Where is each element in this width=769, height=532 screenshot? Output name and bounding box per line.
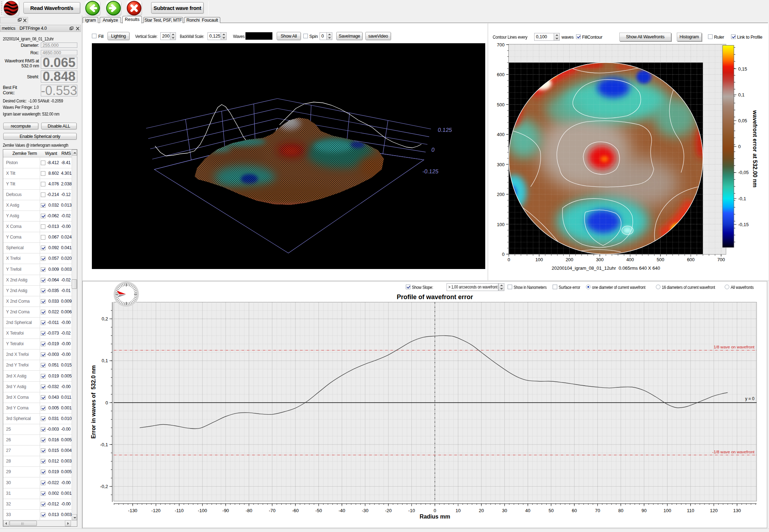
svg-text:20: 20 — [479, 508, 484, 513]
svg-text:60: 60 — [572, 508, 577, 513]
svg-text:0.125: 0.125 — [437, 127, 452, 133]
svg-text:130: 130 — [733, 508, 741, 513]
svg-text:-80: -80 — [245, 508, 252, 513]
svg-text:300: 300 — [596, 257, 604, 262]
svg-text:0: 0 — [105, 400, 108, 405]
svg-text:0: 0 — [738, 144, 741, 149]
svg-text:-50: -50 — [315, 508, 322, 513]
svg-text:-0,2: -0,2 — [100, 484, 108, 489]
svg-text:30: 30 — [502, 508, 507, 513]
svg-text:50: 50 — [548, 508, 553, 513]
svg-text:10: 10 — [455, 508, 460, 513]
svg-text:-90: -90 — [222, 508, 229, 513]
svg-text:100: 100 — [535, 257, 543, 262]
svg-text:-0,05: -0,05 — [738, 170, 749, 175]
svg-text:700: 700 — [717, 257, 725, 262]
svg-text:0: 0 — [433, 508, 436, 513]
svg-text:0,05: 0,05 — [738, 118, 747, 123]
svg-text:120: 120 — [710, 508, 718, 513]
svg-text:-70: -70 — [269, 508, 276, 513]
svg-text:-0,1: -0,1 — [738, 196, 746, 201]
svg-text:600: 600 — [497, 72, 505, 77]
svg-text:20200104_igram_08_01_12uhr 0.: 20200104_igram_08_01_12uhr 0.065rms 640 … — [552, 265, 660, 271]
svg-text:500: 500 — [497, 102, 505, 107]
svg-text:300: 300 — [497, 162, 505, 167]
svg-text:Profile of wavefront error: Profile of wavefront error — [397, 293, 473, 301]
svg-text:400: 400 — [626, 257, 634, 262]
svg-text:0: 0 — [502, 252, 504, 257]
svg-text:-0.125: -0.125 — [422, 168, 439, 174]
svg-text:-40: -40 — [339, 508, 345, 513]
svg-text:0,1: 0,1 — [101, 358, 108, 363]
svg-text:-30: -30 — [362, 508, 369, 513]
svg-text:200: 200 — [497, 192, 505, 197]
svg-text:200: 200 — [566, 257, 574, 262]
svg-text:700: 700 — [497, 43, 505, 47]
svg-text:0: 0 — [508, 257, 510, 262]
svg-text:0,15: 0,15 — [738, 66, 747, 72]
svg-text:40: 40 — [525, 508, 530, 513]
svg-text:90: 90 — [642, 508, 647, 513]
svg-text:0,2: 0,2 — [101, 316, 108, 321]
svg-text:y = 0: y = 0 — [745, 396, 755, 401]
svg-text:1/8 wave on wavefront: 1/8 wave on wavefront — [714, 345, 755, 349]
svg-text:400: 400 — [497, 132, 505, 137]
svg-text:-100: -100 — [198, 508, 207, 513]
svg-text:600: 600 — [687, 257, 695, 262]
svg-text:110: 110 — [687, 508, 694, 513]
svg-text:Radius mm: Radius mm — [420, 514, 450, 520]
svg-text:100: 100 — [497, 222, 505, 227]
svg-text:500: 500 — [657, 257, 664, 262]
svg-text:80: 80 — [618, 508, 623, 513]
svg-text:-130: -130 — [128, 508, 137, 513]
svg-text:-60: -60 — [292, 508, 299, 513]
svg-text:wavefront error at 532.00 nm: wavefront error at 532.00 nm — [752, 110, 758, 187]
svg-text:-0,15: -0,15 — [738, 222, 749, 227]
svg-text:-10: -10 — [408, 508, 415, 513]
svg-text:-110: -110 — [175, 508, 184, 513]
svg-text:-0,1: -0,1 — [100, 442, 108, 447]
svg-text:-1/8 wave on wavefront: -1/8 wave on wavefront — [712, 450, 755, 454]
svg-text:0,1: 0,1 — [738, 92, 745, 97]
svg-text:Error in waves of 532.0 nm: Error in waves of 532.0 nm — [90, 365, 96, 438]
svg-text:100: 100 — [663, 508, 671, 513]
svg-text:-20: -20 — [385, 508, 392, 513]
svg-text:70: 70 — [595, 508, 600, 513]
svg-text:-120: -120 — [151, 508, 161, 513]
